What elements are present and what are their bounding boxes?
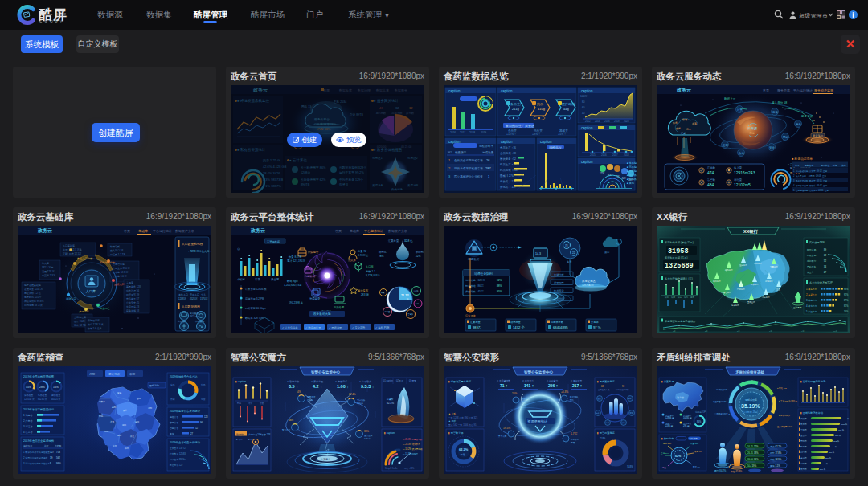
svg-text:政务云: 政务云 <box>676 87 691 93</box>
svg-text:乐东支行: 乐东支行 <box>731 304 739 307</box>
svg-text:空间地理库: 空间地理库 <box>74 316 86 319</box>
svg-text:2 广东省: 2 广东省 <box>23 419 33 423</box>
svg-text:经济调节 39: 经济调节 39 <box>126 293 140 296</box>
svg-text:政务数据大脑: 政务数据大脑 <box>313 312 331 316</box>
svg-text:71.12: 71.12 <box>401 294 409 297</box>
svg-text:95%: 95% <box>497 290 502 293</box>
svg-text:质量稽核 45 万: 质量稽核 45 万 <box>465 290 485 293</box>
svg-text:警力在位: 警力在位 <box>282 428 291 431</box>
svg-text:文昌支行: 文昌支行 <box>770 265 778 268</box>
svg-text:3.74万亿: 3.74万亿 <box>358 254 369 257</box>
svg-text:化妆品 ▏138: 化妆品 ▏138 <box>500 179 516 183</box>
svg-text:立案查处 13772: 立案查处 13772 <box>170 447 186 450</box>
svg-text:更新: 日增 12.5万: 更新: 日增 12.5万 <box>63 252 81 255</box>
svg-text:其他: 其他 <box>170 432 174 435</box>
svg-text:▲ 场所: ▲ 场所 <box>448 419 456 423</box>
svg-text:71 ↑: 71 ↑ <box>500 383 507 388</box>
svg-text:7月: 7月 <box>769 330 772 333</box>
svg-text:手机银行: 手机银行 <box>807 259 816 263</box>
svg-text:✓ 数据吞吐量: ✓ 数据吞吐量 <box>305 326 321 329</box>
svg-text:3 乳制品专项监督抽检任务: 3 乳制品专项监督抽检任务 <box>23 462 50 465</box>
svg-text:9.3.3 ↑: 9.3.3 ↑ <box>361 384 375 389</box>
svg-text:1208万: 1208万 <box>178 297 186 300</box>
svg-text:物业 5%: 物业 5% <box>662 466 670 469</box>
svg-text:血缘分析: 血缘分析 <box>554 273 565 276</box>
svg-text:人口数据调用: 人口数据调用 <box>182 304 200 308</box>
svg-text:■ 服务动态清单: ■ 服务动态清单 <box>792 157 813 161</box>
svg-text:服务: 服务 <box>796 123 801 126</box>
svg-text:网银交易: 网银交易 <box>807 254 816 257</box>
svg-text:30%: 30% <box>364 430 369 433</box>
svg-text:5 空间地理服务 自然资源 08:31 正常: 5 空间地理服务 自然资源 08:31 正常 <box>793 189 829 192</box>
svg-text:人口基础库: 人口基础库 <box>63 244 75 247</box>
svg-text:↑ 7298 万常住人口 ↑: ↑ 7298 万常住人口 ↑ <box>188 250 211 253</box>
svg-text:▮ caption: ▮ caption <box>235 380 246 383</box>
svg-text:▮ 预警处置概览: ▮ 预警处置概览 <box>597 431 616 435</box>
svg-text:+12% ↑: +12% ↑ <box>506 133 516 136</box>
svg-text:✓ 计算负载率: ✓ 计算负载率 <box>282 326 298 329</box>
svg-text:调解成功率: 调解成功率 <box>745 398 757 402</box>
svg-text:纠纷类型: 纠纷类型 <box>690 437 698 440</box>
svg-text:首页: 首页 <box>763 88 769 92</box>
svg-text:3 城南支行: 3 城南支行 <box>806 299 817 302</box>
svg-text:接入量: 接入量 <box>734 166 743 169</box>
svg-text:政务云: 政务云 <box>37 227 52 234</box>
svg-text:问题数据: 问题数据 <box>468 258 480 261</box>
svg-text:▮ 预警数字屏: ▮ 预警数字屏 <box>448 431 464 435</box>
svg-text:医疗器械经营企业检查: 医疗器械经营企业检查 <box>454 174 483 178</box>
svg-text:52: 52 <box>195 427 199 430</box>
svg-text:87%: 87% <box>844 299 849 302</box>
svg-text:⊕ 案件总量: ⊕ 案件总量 <box>311 380 323 383</box>
svg-text:三沙支行: 三沙支行 <box>793 306 802 309</box>
svg-text:资源使用统计: 资源使用统计 <box>527 419 548 423</box>
svg-text:结构化: 结构化 <box>379 251 387 254</box>
svg-text:▮ 类型分布: ▮ 类型分布 <box>661 437 674 440</box>
svg-text:少儿: 少儿 <box>201 293 206 296</box>
svg-text:1 湖南省: 1 湖南省 <box>23 414 33 417</box>
svg-text:688 件: 688 件 <box>829 451 835 454</box>
svg-text:服务名称: 服务名称 <box>805 164 813 167</box>
svg-text:52: 52 <box>824 259 827 263</box>
svg-text:日汇聚 1.2 TB: 日汇聚 1.2 TB <box>110 253 125 256</box>
svg-text:日均调用 58 万次: 日均调用 58 万次 <box>24 304 43 307</box>
svg-text:三亚: 三亚 <box>776 288 780 291</box>
svg-text:40: 40 <box>582 112 585 115</box>
svg-text:02 数据: 02 数据 <box>396 379 403 382</box>
svg-text:(今日新增: 28起): (今日新增: 28起) <box>743 410 758 414</box>
svg-text:92%: 92% <box>497 279 502 282</box>
svg-text:● 土地 128 件 同比+5: ● 土地 128 件 同比+5 <box>779 400 797 402</box>
svg-text:99%: 99% <box>56 462 61 465</box>
svg-text:药品生产 ●29: 药品生产 ●29 <box>500 163 516 166</box>
svg-text:36-50 31%: 36-50 31% <box>747 458 759 461</box>
svg-text:常住人口分析: 常住人口分析 <box>77 257 93 260</box>
svg-text:能力集市: 能力集市 <box>358 289 369 292</box>
svg-text:数据: 数据 <box>682 118 687 121</box>
svg-text:归集调度: 归集调度 <box>465 314 477 317</box>
svg-text:2012: 2012 <box>585 120 591 123</box>
svg-text:4 江苏省: 4 江苏省 <box>23 431 33 434</box>
svg-text:宜昌市: 宜昌市 <box>800 434 807 437</box>
svg-text:812 件: 812 件 <box>833 440 840 443</box>
svg-text:归集融合: 归集融合 <box>308 251 319 254</box>
svg-text:女性 45.8%: 女性 45.8% <box>731 470 743 473</box>
svg-text:抽检批次: 抽检批次 <box>548 145 562 149</box>
svg-text:惠民服务 128: 惠民服务 128 <box>125 285 141 288</box>
svg-text:召回公告: 召回公告 <box>170 427 178 430</box>
svg-text:● 重大风险矛盾隐患: ● 重大风险矛盾隐患 <box>776 425 793 428</box>
svg-text:71.8%: 71.8% <box>600 437 606 440</box>
svg-text:矛盾纠纷排查调处: 矛盾纠纷排查调处 <box>735 370 765 375</box>
svg-text:海口支行: 海口支行 <box>754 262 762 265</box>
svg-text:自助设备: 自助设备 <box>807 265 816 268</box>
svg-text:首页: 首页 <box>124 229 130 233</box>
svg-text:基础库: 基础库 <box>350 229 359 233</box>
svg-text:78%: 78% <box>379 255 384 258</box>
svg-text:数据: 数据 <box>738 152 744 155</box>
svg-text:鄂州市: 鄂州市 <box>800 445 807 448</box>
svg-text:3 电子证照核验 民政厅 08:55 正常: 3 电子证照核验 民政厅 08:55 正常 <box>793 179 828 182</box>
svg-text:■ 药品抽检: ■ 药品抽检 <box>627 165 637 169</box>
svg-text:caption: caption <box>540 140 552 144</box>
svg-text:柜面交易: 柜面交易 <box>806 248 816 251</box>
svg-text:重点 562 一般 1806 临控 95: 重点 562 一般 1806 临控 95 <box>448 423 477 427</box>
svg-text:■ 器械抽检: ■ 器械抽检 <box>627 169 637 173</box>
svg-text:内部数据: 内部数据 <box>305 275 316 278</box>
